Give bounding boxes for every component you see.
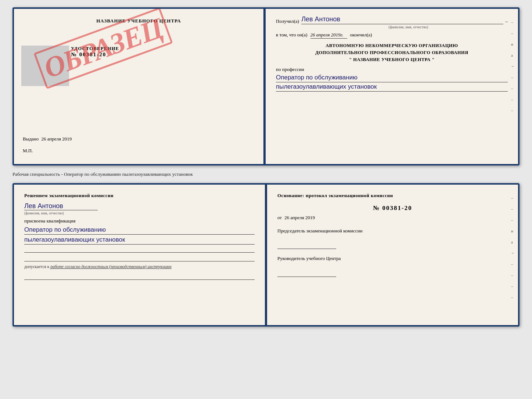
bottom-certificate-book: Решением экзаменационной комиссии Лев Ан… [12,183,520,327]
right-side-marks-bottom: – – – и а ← – – – – [511,196,515,299]
vtom-label: в том, что он(а) [276,32,308,38]
dash-after-name: – [506,18,508,24]
predsedatel-sign-line [277,242,336,249]
org-line2: ДОПОЛНИТЕЛЬНОГО ПРОФЕССИОНАЛЬНОГО ОБРАЗО… [276,49,508,56]
right-side-marks-top: – – и а ← – – – – [511,20,515,113]
predsedatel-block: Председатель экзаменационной комиссии [277,227,508,249]
org-block: АВТОНОМНУЮ НЕКОММЕРЧЕСКУЮ ОРГАНИЗАЦИЮ ДО… [276,42,508,63]
protocol-date: от 26 апреля 2019 [277,215,508,221]
poluchil-row: Получил(а) Лев Антонов – [276,15,508,24]
vtom-row: в том, что он(а) 26 апреля 2019г. окончи… [276,32,508,39]
ot-label: от [277,215,282,220]
top-right-page: Получил(а) Лев Антонов – (фамилия, имя, … [266,9,518,164]
bottom-left-page: Решением экзаменационной комиссии Лев Ан… [14,185,267,325]
rukovoditel-sign-line [277,270,336,277]
person-name-bottom: Лев Антонов [24,202,98,210]
professiya-line1: Оператор по обслуживанию [276,74,508,82]
top-certificate-book: НАЗВАНИЕ УЧЕБНОГО ЦЕНТРА УДОСТОВЕРЕНИЕ №… [12,7,520,165]
vtom-date: 26 апреля 2019г. [310,32,347,39]
subtitle-text: Рабочая специальность - Оператор по обсл… [12,170,520,179]
resheniem-title: Решением экзаменационной комиссии [24,192,255,199]
org-line1: АВТОНОМНУЮ НЕКОММЕРЧЕСКУЮ ОРГАНИЗАЦИЮ [276,42,508,49]
professiya-line2: пылегазоулавливающих установок [276,83,508,92]
blank-line-1 [24,246,255,253]
blank-line-2 [24,255,255,261]
dopuskaetsya-label: допускается к [24,264,49,269]
protocol-number: № 00381-20 [277,204,508,212]
blank-line-3 [24,273,255,280]
org-line3: " НАЗВАНИЕ УЧЕБНОГО ЦЕНТРА " [276,56,508,63]
vydano-row: Выдано 26 апреля 2019 [23,136,72,142]
fio-label-top: (фамилия, имя, отчество) [309,25,508,29]
osnovanie-title: Основание: протокол экзаменационной коми… [277,192,508,199]
rukovoditel-label: Руководитель учебного Центра [277,255,508,262]
dopuskaetsya-block: допускается к работе согласно должностны… [24,264,255,269]
okonchil-label: окончил(а) [350,32,372,38]
poluchil-label: Получил(а) [276,18,299,24]
predsedatel-title: Председатель экзаменационной комиссии [277,227,508,235]
poluchil-name: Лев Антонов [301,15,503,24]
bottom-right-page: Основание: протокол экзаменационной коми… [267,185,518,325]
ot-date: 26 апреля 2019 [284,215,315,220]
vydano-date: 26 апреля 2019 [42,136,72,142]
fio-label-bottom: (фамилия, имя, отчество) [24,211,255,215]
kval-line1: Оператор по обслуживанию [24,226,255,235]
po-professii-label: по профессии [276,67,508,72]
rukovoditel-block: Руководитель учебного Центра [277,255,508,277]
mp-label: М.П. [23,148,33,154]
prisvoena-label: присвоена квалификация [24,218,255,224]
vydano-label: Выдано [23,136,39,142]
dopuskaetsya-text: работе согласно должностным (производств… [50,264,171,269]
top-left-page: НАЗВАНИЕ УЧЕБНОГО ЦЕНТРА УДОСТОВЕРЕНИЕ №… [14,9,266,164]
kval-line2: пылегазоулавливающих установок [24,236,255,245]
